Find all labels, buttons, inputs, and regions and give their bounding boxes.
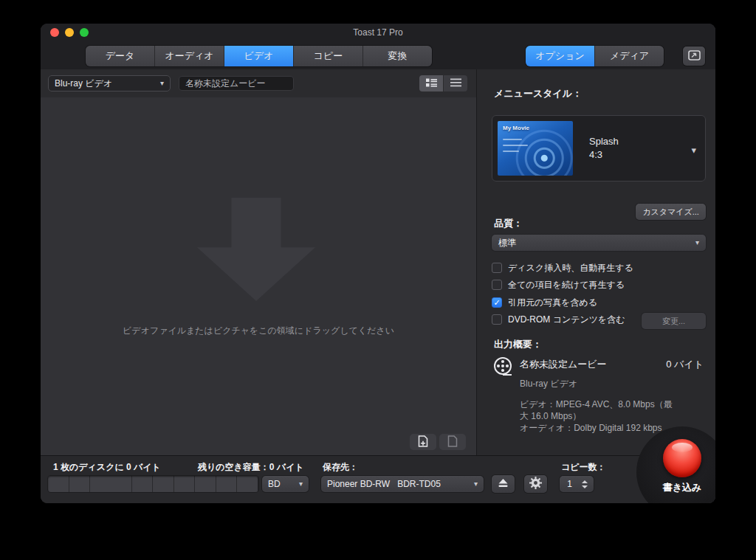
dvdrom-content-checkbox[interactable] (492, 314, 502, 325)
chevron-down-icon: ▾ (691, 145, 696, 155)
movie-reel-icon (492, 356, 514, 381)
add-file-button[interactable] (410, 434, 436, 450)
tab-bar: データ オーディオ ビデオ コピー 変換 オプション メディア (41, 41, 715, 70)
stepper-down-icon[interactable] (582, 485, 588, 488)
copies-value: 1 (560, 479, 580, 489)
free-space-label: 残りの空き容量：0 バイト (198, 461, 304, 474)
list-view-button[interactable] (444, 75, 467, 91)
summary-encoding-info: ビデオ：MPEG-4 AVC、8.0 Mbps（最大 16.0 Mbps） オー… (520, 398, 681, 434)
change-button[interactable]: 変更... (642, 313, 706, 329)
remove-file-button[interactable] (439, 434, 466, 450)
eject-button[interactable] (492, 475, 515, 493)
menu-style-meta: Splash 4:3 (589, 135, 619, 162)
video-project-pane: Blu-ray ビデオ ▾ (41, 69, 476, 456)
chevron-down-icon: ▾ (695, 239, 699, 246)
chevron-down-icon: ▾ (299, 480, 303, 488)
play-all-checkbox[interactable] (492, 280, 502, 290)
quality-value: 標準 (498, 237, 516, 249)
player-window-button[interactable] (683, 46, 705, 66)
eject-icon (498, 479, 508, 490)
options-pane: メニュースタイル： My Movie Splash 4:3 ▾ カスタマイズ..… (476, 69, 715, 456)
summary-video-info: ビデオ：MPEG-4 AVC、8.0 Mbps（最大 16.0 Mbps） (520, 398, 681, 422)
summary-audio-info: オーディオ：Dolby Digital 192 kbps (520, 422, 681, 434)
titlebar: Toast 17 Pro (41, 24, 715, 41)
summary-format: Blu-ray ビデオ (520, 378, 577, 390)
menu-style-name: Splash (589, 135, 619, 148)
checkbox-row-dvdrom-content[interactable]: DVD-ROM コンテンツを含む (492, 313, 625, 326)
recorder-settings-button[interactable] (524, 475, 547, 493)
tab-data[interactable]: データ (86, 46, 155, 66)
disc-format-select[interactable]: Blu-ray ビデオ ▾ (48, 75, 171, 91)
stepper-up-icon[interactable] (582, 480, 588, 483)
tab-audio[interactable]: オーディオ (155, 46, 224, 66)
popout-window-icon (688, 50, 701, 63)
menu-style-thumbnail: My Movie (498, 121, 573, 176)
stepper-arrows[interactable] (580, 480, 594, 488)
quality-select[interactable]: 標準 ▾ (492, 235, 706, 251)
window-title: Toast 17 Pro (41, 27, 715, 38)
chevron-down-icon: ▾ (160, 80, 164, 87)
project-controls-row: Blu-ray ビデオ ▾ (41, 69, 476, 98)
checkbox-row-autoplay[interactable]: ディスク挿入時、自動再生する (492, 261, 633, 274)
copies-label: コピー数： (561, 461, 606, 474)
checkbox-row-include-photos[interactable]: ✓ 引用元の写真を含める (492, 296, 597, 309)
gear-icon (529, 477, 542, 491)
tab-convert[interactable]: 変換 (363, 46, 432, 66)
chevron-down-icon: ▾ (474, 480, 478, 488)
thumbnail-title: My Movie (503, 125, 529, 131)
menu-style-ratio: 4:3 (589, 148, 619, 162)
list-view-icon (450, 78, 461, 89)
checkbox-row-play-all[interactable]: 全ての項目を続けて再生する (492, 278, 625, 291)
output-summary-label: 出力概要： (494, 338, 542, 351)
menu-style-label: メニュースタイル： (494, 87, 582, 100)
burn-button-label: 書き込み (638, 481, 715, 494)
destination-label: 保存先： (323, 461, 358, 474)
view-toggle-group (419, 75, 467, 91)
drop-hint-text: ビデオファイルまたはピクチャをこの領域にドラッグしてください (41, 325, 476, 337)
tab-copy[interactable]: コピー (294, 46, 363, 66)
status-bar: 1 枚のディスクに 0 バイト 残りの空き容量：0 バイト 保存先： コピー数：… (41, 455, 715, 503)
disc-capacity-gauge (48, 476, 258, 492)
tab-options[interactable]: オプション (526, 46, 595, 66)
dropzone-buttons (410, 434, 466, 450)
media-type-select[interactable]: BD ▾ (262, 476, 309, 492)
movie-title-input[interactable] (179, 76, 294, 91)
menu-style-select[interactable]: My Movie Splash 4:3 ▾ (492, 115, 706, 182)
toast-app-window: Toast 17 Pro データ オーディオ ビデオ コピー 変換 オプション … (41, 24, 715, 503)
quality-label: 品質： (494, 217, 523, 230)
autoplay-checkbox[interactable] (492, 263, 502, 273)
drive-name: Pioneer BD-RW BDR-TD05 (327, 479, 441, 489)
copies-stepper[interactable]: 1 (560, 476, 594, 492)
media-dropzone[interactable]: ビデオファイルまたはピクチャをこの領域にドラッグしてください (41, 97, 476, 456)
disc-format-value: Blu-ray ビデオ (55, 77, 112, 90)
burn-button[interactable] (663, 439, 701, 477)
remove-file-icon (447, 435, 458, 449)
customize-button[interactable]: カスタマイズ... (636, 204, 706, 220)
media-type-value: BD (268, 479, 281, 489)
side-panel-tabs: オプション メディア (526, 46, 664, 66)
add-file-icon (418, 435, 428, 449)
disc-usage-label: 1 枚のディスクに 0 バイト (53, 461, 161, 474)
drive-select[interactable]: Pioneer BD-RW BDR-TD05 ▾ (321, 476, 484, 492)
summary-size: 0 バイト (666, 358, 704, 371)
detail-view-icon (426, 78, 437, 89)
tab-media[interactable]: メディア (595, 46, 664, 66)
drop-arrow-icon (197, 198, 315, 301)
summary-title: 名称未設定ムービー (520, 358, 607, 371)
project-type-tabs: データ オーディオ ビデオ コピー 変換 (86, 46, 432, 66)
detail-view-button[interactable] (419, 75, 443, 91)
tab-video[interactable]: ビデオ (224, 46, 294, 66)
include-photos-checkbox[interactable]: ✓ (492, 297, 502, 308)
